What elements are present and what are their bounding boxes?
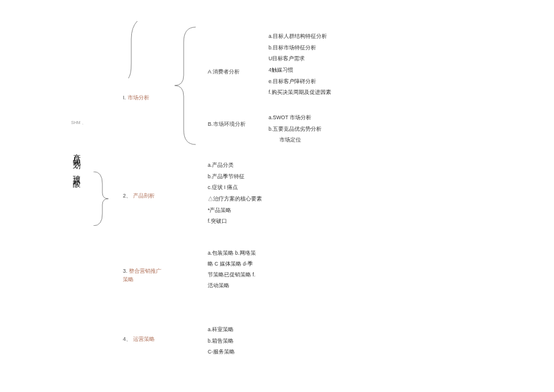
leaf-item: c.症状 I 痛点 xyxy=(208,182,262,193)
leaf-item: a.SWOT 市场分析 xyxy=(269,112,322,123)
brace-icon xyxy=(163,24,199,148)
node-market-env-analysis: B.市场环境分析 xyxy=(208,120,246,128)
leaf-item: 市场定位 xyxy=(269,134,322,146)
node-num: 2、 xyxy=(123,193,131,199)
leaf-item: f.购买决策周期及促进因素 xyxy=(269,87,331,98)
node-market-analysis: I. 市场分析 xyxy=(123,94,149,102)
leaf-item: e.目标客户障碍分析 xyxy=(269,76,331,87)
brace-icon xyxy=(128,21,140,78)
leaf-item: U目标客户需求 xyxy=(269,53,331,64)
node-num: 4、 xyxy=(123,336,131,342)
leaf-group-product: a.产品分类 b.产品季节特征 c.症状 I 痛点 △治疗方案的核心要素 *产品… xyxy=(208,160,262,227)
leaf-item: a.科室策略 xyxy=(208,324,235,335)
leaf-item: a.目标人群结构特征分析 xyxy=(269,31,331,42)
leaf-item: C-服务策略 xyxy=(208,346,235,358)
node-label: 运营策略 xyxy=(133,336,155,342)
leaf-group-marketing: a.包装策略 b.网络策略 C 媒体策略 d-季节策略已促销策略 f.活动策略 xyxy=(208,248,256,291)
leaf-group-operations: a.科室策略 b.箱告策略 C-服务策略 xyxy=(208,324,235,358)
root-mark: SHM 、 xyxy=(71,120,86,125)
leaf-item: △治疗方案的核心要素 xyxy=(208,193,262,205)
leaf-item: f.突破口 xyxy=(208,216,262,227)
node-label: 整合营销推广 策略 xyxy=(123,268,161,282)
node-marketing-strategy: 3. 整合营销推广 策略 xyxy=(123,267,161,284)
node-num: I. xyxy=(123,95,126,101)
leaf-item: b.五要竞品优劣势分析 xyxy=(269,123,322,135)
node-product-analysis: 2、 产品剖析 xyxy=(123,192,155,200)
leaf-item: 4触媒习惯 xyxy=(269,64,331,76)
leaf-group-market-env: a.SWOT 市场分析 b.五要竞品优劣势分析 市场定位 xyxy=(269,112,322,146)
root-title: 产品规划-玻尿酸 xyxy=(71,148,83,176)
leaf-group-consumer: a.目标人群结构特征分析 b.目标市场特征分析 U目标客户需求 4触媒习惯 e.… xyxy=(269,31,331,98)
node-operations-strategy: 4、 运营策略 xyxy=(123,335,155,343)
node-consumer-analysis: A 消费者分析 xyxy=(208,68,240,76)
node-num: 3. xyxy=(123,268,128,274)
brace-icon xyxy=(90,172,114,226)
node-label: 市场分析 xyxy=(128,95,149,101)
node-label: 产品剖析 xyxy=(133,193,155,199)
leaf-item: b.目标市场特征分析 xyxy=(269,42,331,54)
leaf-item: *产品策略 xyxy=(208,205,262,216)
leaf-item: b.箱告策略 xyxy=(208,335,235,347)
leaf-item: b.产品季节特征 xyxy=(208,171,262,182)
leaf-item: a.产品分类 xyxy=(208,160,262,171)
